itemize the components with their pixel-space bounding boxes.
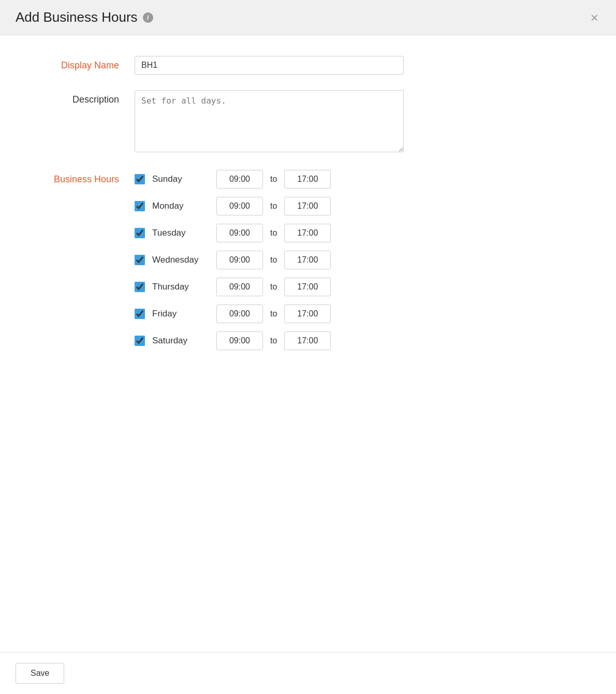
display-name-input[interactable] <box>135 56 404 75</box>
day-row-monday: Mondayto <box>135 197 585 215</box>
start-time-tuesday[interactable] <box>216 224 263 242</box>
checkbox-friday[interactable] <box>135 309 145 319</box>
save-button[interactable]: Save <box>16 663 64 684</box>
title-group: Add Business Hours i <box>16 9 153 25</box>
info-icon[interactable]: i <box>143 12 153 23</box>
label-thursday: Thursday <box>152 282 209 292</box>
start-time-friday[interactable] <box>216 305 263 323</box>
end-time-monday[interactable] <box>284 197 331 215</box>
display-name-label: Display Name <box>31 56 135 71</box>
checkbox-sunday[interactable] <box>135 174 145 184</box>
modal-container: Add Business Hours i × Display Name Desc… <box>0 0 616 694</box>
display-name-control <box>135 56 404 75</box>
label-saturday: Saturday <box>152 336 209 346</box>
day-row-saturday: Saturdayto <box>135 331 585 350</box>
modal-header: Add Business Hours i × <box>0 0 616 35</box>
modal-footer: Save <box>0 652 616 694</box>
start-time-thursday[interactable] <box>216 278 263 296</box>
day-row-sunday: Sundayto <box>135 170 585 189</box>
close-button[interactable]: × <box>589 11 600 24</box>
label-monday: Monday <box>152 201 209 211</box>
description-label: Description <box>31 90 135 105</box>
to-label-saturday: to <box>270 336 277 345</box>
start-time-wednesday[interactable] <box>216 251 263 269</box>
business-hours-section: Business Hours SundaytoMondaytoTuesdayto… <box>31 170 585 350</box>
start-time-saturday[interactable] <box>216 331 263 350</box>
checkbox-wednesday[interactable] <box>135 255 145 265</box>
to-label-thursday: to <box>270 282 277 292</box>
day-row-wednesday: Wednesdayto <box>135 251 585 269</box>
checkbox-tuesday[interactable] <box>135 228 145 238</box>
to-label-sunday: to <box>270 175 277 184</box>
checkbox-monday[interactable] <box>135 201 145 211</box>
label-sunday: Sunday <box>152 174 209 184</box>
label-wednesday: Wednesday <box>152 255 209 265</box>
end-time-tuesday[interactable] <box>284 224 331 242</box>
to-label-tuesday: to <box>270 228 277 238</box>
start-time-monday[interactable] <box>216 197 263 215</box>
start-time-sunday[interactable] <box>216 170 263 189</box>
description-row: Description <box>31 90 585 154</box>
modal-body: Display Name Description Business Hours … <box>0 35 616 652</box>
description-input[interactable] <box>135 90 404 152</box>
end-time-saturday[interactable] <box>284 331 331 350</box>
label-friday: Friday <box>152 309 209 319</box>
checkbox-saturday[interactable] <box>135 336 145 346</box>
to-label-monday: to <box>270 201 277 211</box>
end-time-friday[interactable] <box>284 305 331 323</box>
label-tuesday: Tuesday <box>152 228 209 238</box>
day-row-thursday: Thursdayto <box>135 278 585 296</box>
end-time-thursday[interactable] <box>284 278 331 296</box>
business-hours-label: Business Hours <box>31 170 135 185</box>
days-list: SundaytoMondaytoTuesdaytoWednesdaytoThur… <box>135 170 585 350</box>
description-control <box>135 90 404 154</box>
to-label-friday: to <box>270 309 277 319</box>
day-row-friday: Fridayto <box>135 305 585 323</box>
display-name-row: Display Name <box>31 56 585 75</box>
end-time-sunday[interactable] <box>284 170 331 189</box>
to-label-wednesday: to <box>270 255 277 265</box>
day-row-tuesday: Tuesdayto <box>135 224 585 242</box>
modal-title: Add Business Hours <box>16 9 138 25</box>
checkbox-thursday[interactable] <box>135 282 145 292</box>
end-time-wednesday[interactable] <box>284 251 331 269</box>
